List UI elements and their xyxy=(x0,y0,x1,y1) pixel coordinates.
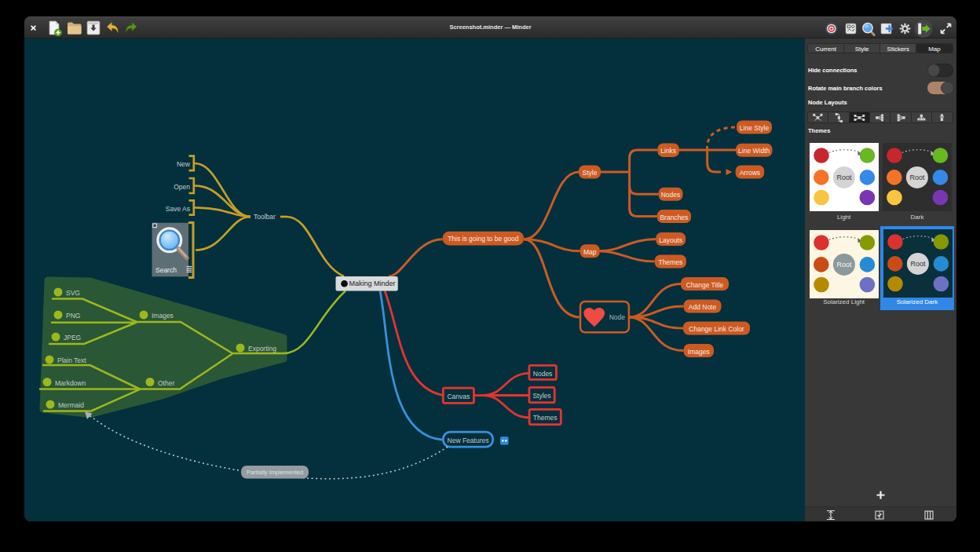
svg-text:Layouts: Layouts xyxy=(659,236,682,244)
svg-text:Images: Images xyxy=(688,348,710,356)
svg-text:Search: Search xyxy=(155,266,177,274)
svg-text:Exporting: Exporting xyxy=(248,345,276,353)
svg-text:Making Minder: Making Minder xyxy=(349,280,396,287)
svg-text:PNG: PNG xyxy=(66,312,80,320)
svg-text:Root: Root xyxy=(909,174,925,182)
svg-text:Links: Links xyxy=(660,147,676,155)
svg-text:Save As: Save As xyxy=(166,205,190,213)
svg-text:New: New xyxy=(177,160,191,168)
svg-text:Node: Node xyxy=(609,313,626,321)
svg-text:Line Width: Line Width xyxy=(738,147,770,155)
svg-text:Open: Open xyxy=(174,183,190,191)
svg-text:Images: Images xyxy=(152,312,174,320)
svg-text:Toolbar: Toolbar xyxy=(254,213,276,221)
svg-text:Line Style: Line Style xyxy=(740,124,770,132)
svg-text:Plain Text: Plain Text xyxy=(57,356,86,364)
svg-text:Arrows: Arrows xyxy=(740,169,760,177)
svg-text:Canvas: Canvas xyxy=(447,393,470,400)
svg-text:Nodes: Nodes xyxy=(661,191,681,199)
svg-text:Nodes: Nodes xyxy=(533,370,553,378)
svg-text:Mermaid: Mermaid xyxy=(58,401,84,409)
svg-text:Markdown: Markdown xyxy=(55,379,86,387)
svg-text:Root: Root xyxy=(910,260,926,268)
svg-text:Root: Root xyxy=(836,174,852,182)
svg-text:Change Title: Change Title xyxy=(686,281,724,289)
svg-text:Map: Map xyxy=(583,248,597,256)
svg-text:This is going to be good: This is going to be good xyxy=(448,235,519,243)
svg-text:Themes: Themes xyxy=(658,258,682,266)
svg-text:Styles: Styles xyxy=(532,392,550,400)
svg-text:JPEG: JPEG xyxy=(64,334,81,342)
svg-text:Root: Root xyxy=(836,261,852,269)
svg-text:Add Note: Add Note xyxy=(689,303,717,311)
svg-text:New Features: New Features xyxy=(448,437,489,444)
svg-text:Other: Other xyxy=(158,379,174,387)
svg-text:Partially Implemented: Partially Implemented xyxy=(247,469,303,476)
svg-text:Branches: Branches xyxy=(660,214,688,221)
svg-text:Style: Style xyxy=(583,169,598,177)
svg-text:Themes: Themes xyxy=(533,414,558,422)
svg-text:Change Link Color: Change Link Color xyxy=(689,325,744,333)
svg-text:SVG: SVG xyxy=(66,289,80,297)
